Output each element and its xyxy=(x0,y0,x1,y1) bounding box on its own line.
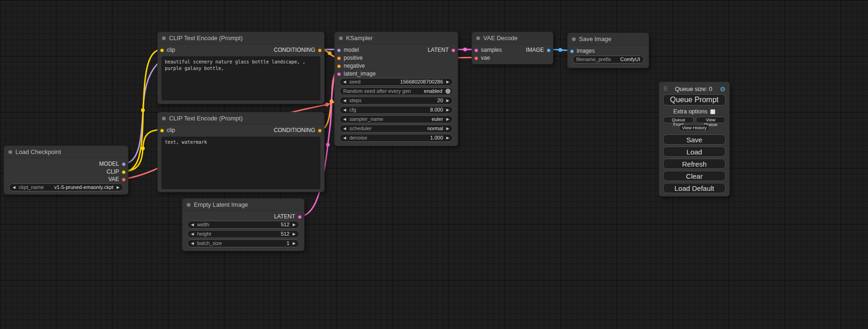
widget-cfg[interactable]: ◀ cfg 8.000 ▶ xyxy=(339,106,453,114)
widget-denoise[interactable]: ◀ denoise 1.000 ▶ xyxy=(339,134,453,142)
collapse-dot-icon[interactable] xyxy=(572,37,576,41)
output-slot-conditioning[interactable]: CONDITIONING xyxy=(158,46,324,54)
widget-filename-prefix[interactable]: filename_prefix ComfyUI xyxy=(572,56,644,63)
output-slot-vae[interactable]: VAE xyxy=(4,175,128,183)
widget-height[interactable]: ◀ height 512 ▶ xyxy=(187,230,299,238)
load-default-button[interactable]: Load Default xyxy=(663,183,726,193)
increment-arrow-icon[interactable]: ▶ xyxy=(293,231,296,238)
collapse-dot-icon[interactable] xyxy=(162,36,166,40)
clear-button[interactable]: Clear xyxy=(663,171,726,181)
link-clip-positive-wire xyxy=(124,49,162,171)
node-load-checkpoint[interactable]: Load Checkpoint MODEL CLIP VAE ◀ ckpt_na… xyxy=(4,146,128,195)
model-output-dot[interactable] xyxy=(122,162,126,166)
view-history-button[interactable]: View History xyxy=(679,125,710,131)
collapse-dot-icon[interactable] xyxy=(339,36,343,40)
image-output-dot[interactable] xyxy=(547,49,550,52)
increment-arrow-icon[interactable]: ▶ xyxy=(293,221,296,228)
clip-output-dot[interactable] xyxy=(122,170,126,174)
node-title-bar[interactable]: Load Checkpoint xyxy=(4,146,128,158)
toggle-knob-icon[interactable] xyxy=(445,89,451,94)
increment-arrow-icon[interactable]: ▶ xyxy=(446,116,449,123)
decrement-arrow-icon[interactable]: ◀ xyxy=(343,116,346,123)
node-title-bar[interactable]: Empty Latent Image xyxy=(183,199,304,211)
widget-seed[interactable]: ◀ seed 156680208700286 ▶ xyxy=(339,78,453,86)
decrement-arrow-icon[interactable]: ◀ xyxy=(191,240,194,247)
decrement-arrow-icon[interactable]: ◀ xyxy=(343,134,346,141)
input-slot-latent-image[interactable]: latent_image xyxy=(335,70,458,78)
node-title: VAE Decode xyxy=(483,35,517,42)
input-slot-negative[interactable]: negative xyxy=(335,62,458,70)
node-save-image[interactable]: Save Image images filename_prefix ComfyU… xyxy=(567,33,649,68)
prompt-textarea[interactable]: text, watermark xyxy=(162,137,320,189)
increment-arrow-icon[interactable]: ▶ xyxy=(446,125,449,132)
link-clip-negative-wire xyxy=(124,130,162,171)
output-slot-clip[interactable]: CLIP xyxy=(4,168,128,176)
increment-arrow-icon[interactable]: ▶ xyxy=(446,134,449,141)
input-slot-vae[interactable]: vae xyxy=(472,54,553,62)
load-button[interactable]: Load xyxy=(663,147,726,157)
output-slot-conditioning[interactable]: CONDITIONING xyxy=(158,126,324,134)
input-slot-images[interactable]: images xyxy=(568,47,649,55)
output-slot-latent[interactable]: LATENT xyxy=(183,213,304,221)
node-ksampler[interactable]: KSampler model LATENT positive negative … xyxy=(334,32,458,146)
output-slot-latent[interactable]: LATENT xyxy=(335,46,458,54)
decrement-arrow-icon[interactable]: ◀ xyxy=(343,97,346,104)
widget-random-seed[interactable]: Random seed after every gen enabled xyxy=(339,87,453,95)
increment-arrow-icon[interactable]: ▶ xyxy=(293,240,296,247)
extra-options-checkbox[interactable] xyxy=(710,109,715,114)
positive-input-dot[interactable] xyxy=(337,56,341,60)
queue-prompt-button[interactable]: Queue Prompt xyxy=(663,94,726,105)
node-title-bar[interactable]: Save Image xyxy=(568,33,649,45)
refresh-button[interactable]: Refresh xyxy=(663,159,726,169)
output-label: LATENT xyxy=(274,213,295,220)
widget-width[interactable]: ◀ width 512 ▶ xyxy=(187,221,299,229)
widget-steps[interactable]: ◀ steps 20 ▶ xyxy=(339,97,453,105)
output-slot-image[interactable]: IMAGE xyxy=(472,46,553,54)
decrement-arrow-icon[interactable]: ◀ xyxy=(343,106,346,113)
output-slot-model[interactable]: MODEL xyxy=(4,160,128,168)
decrement-arrow-icon[interactable]: ◀ xyxy=(191,221,194,228)
images-input-dot[interactable] xyxy=(570,49,574,53)
collapse-dot-icon[interactable] xyxy=(162,117,166,120)
widget-sampler-name[interactable]: ◀ sampler_name euler ▶ xyxy=(339,115,453,123)
widget-scheduler[interactable]: ◀ scheduler normal ▶ xyxy=(339,125,453,133)
decrement-arrow-icon[interactable]: ◀ xyxy=(343,125,346,132)
collapse-dot-icon[interactable] xyxy=(187,203,191,207)
decrement-arrow-icon[interactable]: ◀ xyxy=(343,78,346,85)
input-slot-positive[interactable]: positive xyxy=(335,54,458,62)
node-clip-text-encode-positive[interactable]: CLIP Text Encode (Prompt) clip CONDITION… xyxy=(157,32,325,104)
drag-handle-icon[interactable]: ⠿ xyxy=(663,85,668,92)
node-vae-decode[interactable]: VAE Decode samples IMAGE vae xyxy=(472,32,553,64)
view-queue-button[interactable]: View Queue xyxy=(696,117,726,123)
queue-front-button[interactable]: Queue Front xyxy=(663,117,694,123)
input-label: negative xyxy=(344,63,365,69)
latent-image-input-dot[interactable] xyxy=(337,72,341,76)
vae-input-dot[interactable] xyxy=(474,56,478,60)
collapse-dot-icon[interactable] xyxy=(476,36,480,40)
node-clip-text-encode-negative[interactable]: CLIP Text Encode (Prompt) clip CONDITION… xyxy=(157,112,325,192)
conditioning-output-dot[interactable] xyxy=(318,49,322,52)
increment-arrow-icon[interactable]: ▶ xyxy=(446,97,449,104)
collapse-dot-icon[interactable] xyxy=(8,150,12,154)
node-title-bar[interactable]: VAE Decode xyxy=(472,32,553,44)
vae-output-dot[interactable] xyxy=(122,178,126,182)
settings-gear-icon[interactable]: ⚙ xyxy=(720,85,726,93)
node-title-bar[interactable]: CLIP Text Encode (Prompt) xyxy=(158,112,324,125)
node-title-bar[interactable]: CLIP Text Encode (Prompt) xyxy=(158,32,324,44)
negative-input-dot[interactable] xyxy=(337,64,341,68)
widget-ckpt-name[interactable]: ◀ ckpt_name v1-5-pruned-emaonly.ckpt ▶ xyxy=(9,183,123,191)
latent-output-dot[interactable] xyxy=(298,215,302,219)
latent-output-dot[interactable] xyxy=(452,49,455,52)
decrement-arrow-icon[interactable]: ◀ xyxy=(13,184,15,191)
save-button[interactable]: Save xyxy=(663,134,726,145)
increment-arrow-icon[interactable]: ▶ xyxy=(117,184,120,191)
conditioning-output-dot[interactable] xyxy=(318,129,322,133)
increment-arrow-icon[interactable]: ▶ xyxy=(446,78,449,85)
prompt-textarea[interactable]: beautiful scenery nature glass bottle la… xyxy=(162,56,320,100)
decrement-arrow-icon[interactable]: ◀ xyxy=(191,231,194,238)
widget-batch-size[interactable]: ◀ batch_size 1 ▶ xyxy=(187,239,299,247)
increment-arrow-icon[interactable]: ▶ xyxy=(446,106,449,113)
node-title-bar[interactable]: KSampler xyxy=(335,32,458,44)
node-empty-latent-image[interactable]: Empty Latent Image LATENT ◀ width 512 ▶ … xyxy=(182,198,304,251)
widget-label: cfg xyxy=(349,106,356,113)
